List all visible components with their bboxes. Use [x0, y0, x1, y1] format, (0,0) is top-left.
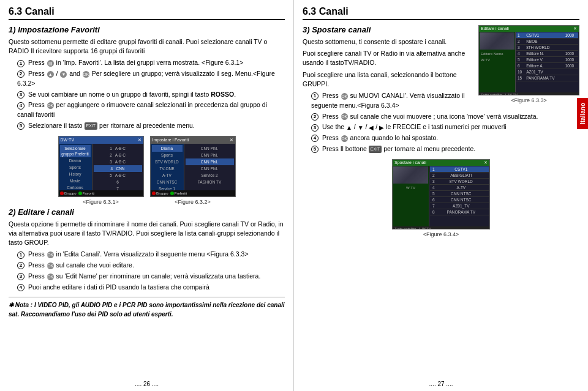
figure-6-3-1-box: DW·TV ✕ Selezionare gruppo Preferiti Dra… [58, 136, 144, 205]
step3-num-1: 1 [311, 92, 318, 100]
step2-2: 2 Press OK sul canale che vuoi editare. [9, 261, 285, 270]
fig3-header: Editare i canali ✕ [479, 26, 579, 32]
fig3-row-8: 15PANORAMA TV [516, 75, 578, 81]
step2-3: 3 Press OK su 'Edit Name' per rinominare… [9, 272, 285, 281]
step3-num-4: 4 [311, 135, 318, 142]
step3-num-3: 3 [311, 124, 318, 132]
step3-3: 3 Use the ▲ / ▼ / ◀ / ▶ le FRECCIE e i t… [303, 122, 579, 132]
figure-6-3-2-screen: Impostare i Favoriti ✕ Drama Sports BTV … [150, 136, 236, 197]
fig3-title: Editare i canali [481, 26, 509, 31]
steps2-list: 1 Press OK in 'Edita Canali'. Verra visu… [9, 250, 285, 292]
fig4-thumb [393, 166, 428, 184]
step-num-4: 4 [17, 102, 24, 110]
fig2-header: Impostare i Favoriti ✕ [151, 136, 235, 144]
page-left: 6.3 Canali 1) Impostazione Favoriti Ques… [0, 0, 294, 391]
fig4-left: W·TV [393, 166, 429, 226]
ok-icon6: OK [341, 93, 348, 100]
ok-icon8: OK [341, 135, 348, 142]
ok-icon5: OK [47, 274, 54, 280]
fig3-right: 1CSTV11000 2NBOB 38TH WORLD 4Editore N.1… [516, 32, 579, 92]
fig4-row-5: 5CNN NTSC [430, 190, 489, 196]
fig1-footer: Gruppo Favoriti [59, 190, 143, 196]
intro2: Questa opzione ti permette di rinominare… [9, 220, 285, 248]
step1-3: 3 Se vuoi cambiare un nome o un gruppo d… [9, 90, 285, 100]
fig4-close: ✕ [484, 160, 488, 165]
exit-label2: EXIT [369, 146, 382, 154]
fig4-body: W·TV 1CSTV1 2ABBIGLIATI 38TV WORLD 4A-TV… [393, 166, 489, 226]
step1-4-text: Press OK per aggiungere o rimuovere cana… [17, 101, 267, 118]
figure-6-3-4-screen: Spostare i canali ✕ W·TV 1CSTV1 2ABBIGLI… [392, 159, 490, 229]
fig1-close: ✕ [138, 138, 141, 143]
fig3-row-7: 10AZ01_TV [516, 69, 578, 75]
steps1-list: 1 Press ▤ in 'Imp. Favoriti'. La lista d… [9, 58, 285, 130]
fig2-footer: Gruppo Preferiti [151, 190, 235, 196]
fig3-body: Editare Nome W·TV 1CSTV11000 2NBOB 38TH … [479, 32, 579, 92]
fig4-row-3: 38TV WORLD [430, 178, 489, 184]
steps3-list: 1 Press OK su MUOVI CANALI'. Verrà visua… [303, 91, 579, 154]
fig4-footer: Tutto satellite | W·TV [393, 226, 489, 229]
page-right: 6.3 Canali Editare i canali ✕ Editare No… [294, 0, 588, 391]
step2-1-text: Press OK in 'Edita Canali'. Verra visual… [28, 250, 249, 258]
fig4-header: Spostare i canali ✕ [393, 160, 489, 166]
exit-label: EXIT [85, 122, 98, 130]
fig1-caption: <Figure 6.3.1> [58, 199, 144, 205]
fig3-row-3: 38TH WORLD [516, 45, 578, 51]
down-arrow: ▼ [358, 123, 364, 132]
ok-icon2: OK [47, 102, 54, 109]
step-num-3: 3 [17, 91, 24, 99]
fig4-table: 1CSTV1 2ABBIGLIATI 38TV WORLD 4A-TV 5CNN… [430, 166, 489, 215]
fig3-row-2: 2NBOB [516, 39, 578, 45]
step2-num-3: 3 [17, 273, 24, 280]
step1-4: 4 Press OK per aggiungere o rimuovere ca… [9, 100, 285, 120]
step3-3-text: Use the ▲ / ▼ / ◀ / ▶ le FRECCIE e i tas… [322, 123, 507, 130]
right-section-title: 6.3 Canali [303, 6, 579, 20]
subsection2-title: 2) Editare i canali [9, 207, 285, 217]
intro1: Questo sottomenu permette di editare gru… [9, 37, 285, 56]
fig1-header: DW·TV ✕ [59, 136, 143, 144]
up-arrow: ▲ [346, 123, 352, 132]
fig3-row-6: 6Editore A.1000 [516, 63, 578, 69]
step-num-2: 2 [17, 70, 24, 78]
step-num-5: 5 [17, 122, 24, 130]
fig1-left: Selezionare gruppo Preferiti Drama Sport… [59, 144, 92, 195]
fig4-thumb-inner [393, 166, 428, 184]
fig3-thumb [480, 32, 514, 50]
fig3-row-1: 1CSTV11000 [516, 32, 578, 39]
bottom-right-figure: Spostare i canali ✕ W·TV 1CSTV1 2ABBIGLI… [303, 159, 579, 237]
note-text: ✱ Nota : I VIDEO PID, gli AUDIO PID e i … [9, 301, 285, 319]
right-arrow: ▶ [379, 123, 384, 132]
green-dot2 [170, 192, 174, 195]
fig4-title: Spostare i canali [394, 160, 426, 165]
step2-2-text: Press OK sul canale che vuoi editare. [28, 261, 134, 269]
figure-6-3-1-screen: DW·TV ✕ Selezionare gruppo Preferiti Dra… [58, 136, 144, 197]
left-page-num: .... 26 .... [0, 381, 293, 387]
fig4-row-1: 1CSTV1 [430, 166, 489, 173]
step3-num-5: 5 [311, 146, 318, 153]
step2-4: 4 Puoi anche editare i dati di PID usand… [9, 283, 285, 292]
fig1-right: 1 A·B·C 2 A·B·C 3 A·B·C 4 CNN 5 A·B·C 6 … [92, 144, 143, 195]
step1-2: 2 Press ▲ / ▼ and OK Per sciegliere un g… [9, 69, 285, 89]
step3-2: 2 Press OK sul canale che vuoi muovere ;… [303, 112, 579, 122]
step-num-1: 1 [17, 60, 24, 67]
fig4-row-4: 4A-TV [430, 184, 489, 190]
right-page-num: .... 27 .... [294, 381, 588, 387]
fig3-close: ✕ [573, 26, 577, 31]
step3-4: 4 Press OK ancora quando lo hai spostato… [303, 133, 579, 143]
fig3-table: 1CSTV11000 2NBOB 38TH WORLD 4Editore N.1… [516, 32, 578, 81]
fig4-row-6: 6CNN NTSC [430, 196, 489, 203]
green-dot [78, 192, 82, 195]
fig2-title: Impostare i Favoriti [153, 138, 189, 142]
note-box: ✱ Nota : I VIDEO PID, gli AUDIO PID e i … [9, 297, 285, 319]
fig2-caption: <Figure 6.3.2> [150, 199, 236, 205]
step2-4-text: Puoi anche editare i dati di PID usando … [28, 283, 209, 291]
fig4-row-7: 7AZ01_TV [430, 203, 489, 209]
fig4-right: 1CSTV1 2ABBIGLIATI 38TV WORLD 4A-TV 5CNN… [429, 166, 489, 226]
step3-4-text: Press OK ancora quando lo hai spostato. [322, 134, 438, 141]
figure-6-3-2-box: Impostare i Favoriti ✕ Drama Sports BTV … [150, 136, 236, 205]
menu-icon: ▤ [47, 60, 54, 67]
step3-1-text: Press OK su MUOVI CANALI'. Verrà visuali… [311, 92, 465, 109]
fig4-caption: <Figure 6.3.4> [392, 231, 490, 237]
step3-2-text: Press OK sul canale che vuoi muovere ; u… [322, 113, 538, 120]
step2-num-1: 1 [17, 251, 24, 259]
left-section-title: 6.3 Canali [9, 6, 285, 20]
